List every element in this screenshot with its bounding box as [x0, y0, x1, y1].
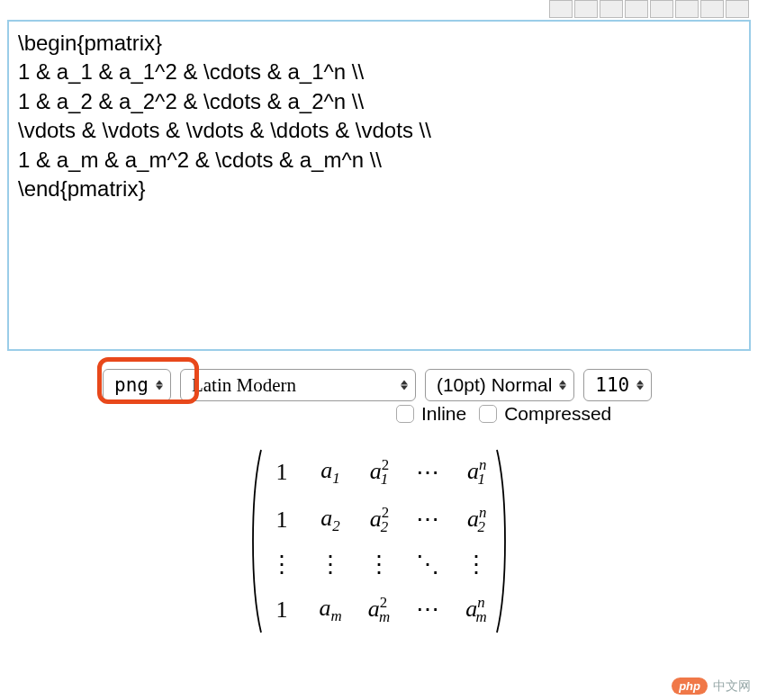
- right-paren-icon: [495, 448, 511, 634]
- dropdown-arrow-icon: [559, 381, 566, 390]
- checkbox-row: Inline Compressed: [0, 403, 758, 425]
- watermark-badge: php: [672, 678, 708, 695]
- matrix-cell: ⋮: [465, 551, 488, 579]
- compressed-checkbox[interactable]: [479, 405, 497, 423]
- format-select-value: png: [114, 374, 149, 396]
- matrix-cell: a1: [319, 457, 342, 488]
- matrix-cell: 1: [270, 459, 293, 486]
- matrix-cell: ⋮: [319, 551, 342, 579]
- inline-checkbox[interactable]: [396, 405, 414, 423]
- matrix-grid: 1 a1 a21 ⋯ an1 1 a2 a22 ⋯ an2 ⋮ ⋮ ⋮ ⋱ ⋮ …: [263, 448, 495, 634]
- toolbar-btn-4[interactable]: [625, 0, 648, 18]
- font-select-value: Latin Modern: [192, 374, 296, 397]
- dropdown-arrow-icon: [636, 381, 644, 390]
- toolbar-btn-6[interactable]: [675, 0, 699, 18]
- dropdown-arrow-icon: [156, 381, 163, 390]
- matrix-cell: a21: [367, 456, 391, 489]
- toolbar-btn-2[interactable]: [574, 0, 598, 18]
- size-select-value: (10pt) Normal: [437, 374, 552, 396]
- matrix-cell: 1: [270, 597, 293, 624]
- zoom-select-value: 110: [595, 374, 629, 396]
- format-select[interactable]: png: [103, 369, 171, 401]
- matrix-cell: a2: [319, 505, 342, 535]
- zoom-select[interactable]: 110: [583, 369, 652, 401]
- matrix-cell: a2m: [367, 594, 391, 626]
- matrix-cell: 1: [270, 507, 293, 534]
- controls-row: png Latin Modern (10pt) Normal 110: [0, 363, 758, 407]
- matrix-cell: am: [319, 595, 342, 625]
- matrix-cell: ⋱: [416, 551, 439, 579]
- left-paren-icon: [247, 448, 263, 634]
- matrix-cell: ⋮: [270, 551, 293, 579]
- matrix-cell: an1: [465, 456, 488, 489]
- toolbar-btn-7[interactable]: [700, 0, 724, 18]
- matrix-cell: ⋮: [367, 551, 391, 579]
- inline-label: Inline: [421, 403, 466, 425]
- latex-editor[interactable]: \begin{pmatrix} 1 & a_1 & a_1^2 & \cdots…: [7, 20, 751, 351]
- size-select[interactable]: (10pt) Normal: [425, 369, 574, 401]
- matrix-cell: ⋯: [416, 459, 439, 487]
- compressed-label: Compressed: [504, 403, 611, 425]
- rendered-matrix: 1 a1 a21 ⋯ an1 1 a2 a22 ⋯ an2 ⋮ ⋮ ⋮ ⋱ ⋮ …: [247, 448, 511, 634]
- toolbar-btn-8[interactable]: [726, 0, 749, 18]
- matrix-cell: a22: [367, 504, 391, 536]
- toolbar-btn-3[interactable]: [600, 0, 623, 18]
- watermark-text: 中文网: [713, 678, 751, 695]
- watermark: php 中文网: [672, 678, 751, 695]
- toolbar-btn-1[interactable]: [549, 0, 573, 18]
- matrix-cell: ⋯: [416, 596, 439, 624]
- dropdown-arrow-icon: [401, 381, 408, 390]
- matrix-cell: ⋯: [416, 506, 439, 534]
- latex-preview: 1 a1 a21 ⋯ an1 1 a2 a22 ⋯ an2 ⋮ ⋮ ⋮ ⋱ ⋮ …: [0, 448, 758, 634]
- toolbar-btn-5[interactable]: [650, 0, 673, 18]
- font-select[interactable]: Latin Modern: [180, 369, 416, 401]
- matrix-cell: an2: [465, 504, 488, 536]
- matrix-cell: anm: [465, 594, 488, 626]
- top-toolbar: [549, 0, 749, 20]
